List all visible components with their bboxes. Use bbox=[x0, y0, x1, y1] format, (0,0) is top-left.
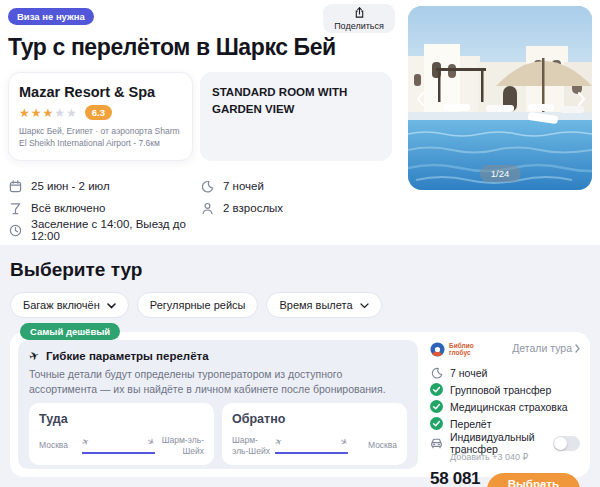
detail-dates: 25 июн - 2 июл bbox=[8, 175, 200, 197]
share-icon bbox=[354, 7, 365, 20]
car-icon bbox=[430, 437, 443, 450]
operator-name-line1: Библио bbox=[449, 342, 474, 349]
route-line: ✈ ✈ bbox=[275, 437, 348, 454]
hotel-location: Шаркс Бей, Египет · от аэропорта Sharm E… bbox=[19, 126, 182, 150]
includes-list: 7 ночей Групповой трансфер Медицинская с… bbox=[430, 364, 580, 432]
select-tour-button[interactable]: Выбрать тур bbox=[487, 473, 580, 487]
detail-guests-label: 2 взрослых bbox=[223, 202, 283, 214]
calendar-icon bbox=[8, 179, 22, 193]
include-label: Групповой трансфер bbox=[450, 384, 551, 396]
hotel-photo bbox=[408, 6, 592, 190]
check-icon bbox=[430, 383, 443, 396]
star-icon: ★ bbox=[54, 106, 65, 120]
route-to-city: Москва bbox=[353, 440, 397, 450]
flight-params-title: Гибкие параметры перелёта bbox=[46, 350, 209, 362]
person-icon bbox=[200, 201, 214, 215]
detail-dates-label: 25 июн - 2 июл bbox=[31, 180, 110, 192]
plane-takeoff-icon: ✈ bbox=[80, 436, 92, 449]
leg-outbound-route: Москва ✈ ✈ Шарм-эль-Шейх bbox=[39, 435, 204, 455]
chevron-down-icon bbox=[360, 299, 369, 311]
check-icon bbox=[430, 400, 443, 413]
detail-meal: Всё включено bbox=[8, 197, 200, 219]
star-icon: ★ bbox=[66, 106, 77, 120]
carousel-prev-button[interactable] bbox=[412, 90, 428, 110]
room-card: STANDARD ROOM WITH GARDEN VIEW bbox=[200, 72, 392, 161]
hotel-rating-row: ★★★★★ 6.3 bbox=[19, 105, 182, 120]
tour-details-link[interactable]: Детали тура bbox=[512, 342, 580, 354]
cheapest-badge: Самый дешёвый bbox=[20, 323, 120, 340]
share-button[interactable]: Поделиться bbox=[323, 4, 395, 33]
carousel-next-button[interactable] bbox=[574, 90, 590, 110]
filter-regular-flights-label: Регулярные рейсы bbox=[150, 299, 246, 311]
include-flight: Перелёт bbox=[430, 415, 580, 432]
filter-departure-time[interactable]: Время вылета bbox=[266, 292, 381, 318]
filter-regular-flights[interactable]: Регулярные рейсы bbox=[137, 292, 259, 318]
filter-departure-time-label: Время вылета bbox=[279, 299, 352, 311]
moon-icon bbox=[200, 179, 214, 193]
include-nights: 7 ночей bbox=[430, 364, 580, 381]
hotel-photo-carousel: 1/24 bbox=[408, 6, 592, 190]
route-to-city: Шарм-эль-Шейх bbox=[160, 435, 204, 455]
carousel-counter: 1/24 bbox=[480, 165, 521, 182]
include-label: 7 ночей bbox=[450, 367, 487, 379]
cocktail-icon bbox=[8, 201, 22, 215]
detail-guests: 2 взрослых bbox=[200, 197, 283, 219]
details-column-1: 25 июн - 2 июл Всё включено Заселение с … bbox=[8, 175, 200, 241]
flight-params-header: ✈ Гибкие параметры перелёта bbox=[29, 349, 407, 363]
detail-checkin: Заселение с 14:00, Выезд до 12:00 bbox=[8, 219, 200, 241]
detail-meal-label: Всё включено bbox=[31, 202, 106, 214]
star-icon: ★ bbox=[31, 106, 42, 120]
star-icon: ★ bbox=[43, 106, 54, 120]
include-group-transfer: Групповой трансфер bbox=[430, 381, 580, 398]
leg-return-title: Обратно bbox=[232, 412, 397, 426]
include-label: Медицинская страховка bbox=[450, 401, 568, 413]
details-column-2: 7 ночей 2 взрослых bbox=[200, 175, 283, 241]
addon-individual-transfer: Индивидуальный трансфер Добавить +3 040 … bbox=[430, 435, 580, 462]
flight-params-panel: ✈ Гибкие параметры перелёта Точные детал… bbox=[18, 340, 418, 469]
route-line: ✈ ✈ bbox=[82, 437, 155, 454]
leg-outbound: Туда Москва ✈ ✈ Шарм-эль-Шейх bbox=[29, 403, 214, 465]
flight-legs: Туда Москва ✈ ✈ Шарм-эль-Шейх Обратно bbox=[29, 403, 407, 465]
moon-icon bbox=[430, 366, 443, 379]
route-from-city: Шарм-эль-Шейх bbox=[232, 435, 270, 455]
room-name: STANDARD ROOM WITH GARDEN VIEW bbox=[212, 84, 372, 117]
tour-page: Виза не нужна Поделиться Тур с перелётом… bbox=[0, 0, 600, 487]
rating-badge: 6.3 bbox=[85, 105, 112, 120]
clock-icon bbox=[8, 223, 22, 237]
route-from-city: Москва bbox=[39, 440, 77, 450]
tour-selection-section: Выберите тур Багаж включён Регулярные ре… bbox=[0, 245, 600, 487]
addon-toggle[interactable] bbox=[553, 436, 580, 451]
operator-logo-icon bbox=[430, 342, 445, 357]
offer-panel: Библио глобус Детали тура 7 ночей bbox=[428, 340, 582, 469]
detail-checkin-label: Заселение с 14:00, Выезд до 12:00 bbox=[31, 218, 200, 242]
section-title: Выберите тур bbox=[10, 259, 590, 281]
star-icon: ★ bbox=[19, 106, 30, 120]
hotel-name: Mazar Resort & Spa bbox=[19, 84, 182, 100]
filters-row: Багаж включён Регулярные рейсы Время выл… bbox=[10, 292, 590, 318]
visa-badge: Виза не нужна bbox=[8, 8, 94, 25]
plane-icon: ✈ bbox=[27, 348, 41, 365]
leg-return-route: Шарм-эль-Шейх ✈ ✈ Москва bbox=[232, 435, 397, 455]
filter-baggage[interactable]: Багаж включён bbox=[10, 292, 129, 318]
include-insurance: Медицинская страховка bbox=[430, 398, 580, 415]
hotel-card[interactable]: Mazar Resort & Spa ★★★★★ 6.3 Шаркс Бей, … bbox=[8, 72, 193, 161]
filter-baggage-label: Багаж включён bbox=[23, 299, 100, 311]
share-label: Поделиться bbox=[334, 21, 384, 31]
check-icon bbox=[430, 417, 443, 430]
detail-nights-label: 7 ночей bbox=[223, 180, 264, 192]
chevron-right-icon bbox=[575, 344, 580, 353]
tour-details-link-label: Детали тура bbox=[512, 342, 572, 354]
price-row: 58 081 ₽ Выбрать тур bbox=[430, 469, 580, 487]
plane-landing-icon: ✈ bbox=[145, 436, 157, 449]
operator-header: Библио глобус Детали тура bbox=[430, 342, 580, 357]
operator-name-line2: глобус bbox=[449, 349, 471, 356]
chevron-down-icon bbox=[107, 299, 116, 311]
leg-outbound-title: Туда bbox=[39, 412, 204, 426]
tour-price: 58 081 ₽ bbox=[430, 469, 487, 487]
include-label: Перелёт bbox=[450, 418, 492, 430]
tour-offer-card: Самый дешёвый ✈ Гибкие параметры перелёт… bbox=[10, 332, 590, 477]
detail-nights: 7 ночей bbox=[200, 175, 283, 197]
plane-takeoff-icon: ✈ bbox=[273, 436, 285, 449]
flight-params-description: Точные детали будут определены туроперат… bbox=[29, 367, 407, 396]
leg-return: Обратно Шарм-эль-Шейх ✈ ✈ Москва bbox=[222, 403, 407, 465]
